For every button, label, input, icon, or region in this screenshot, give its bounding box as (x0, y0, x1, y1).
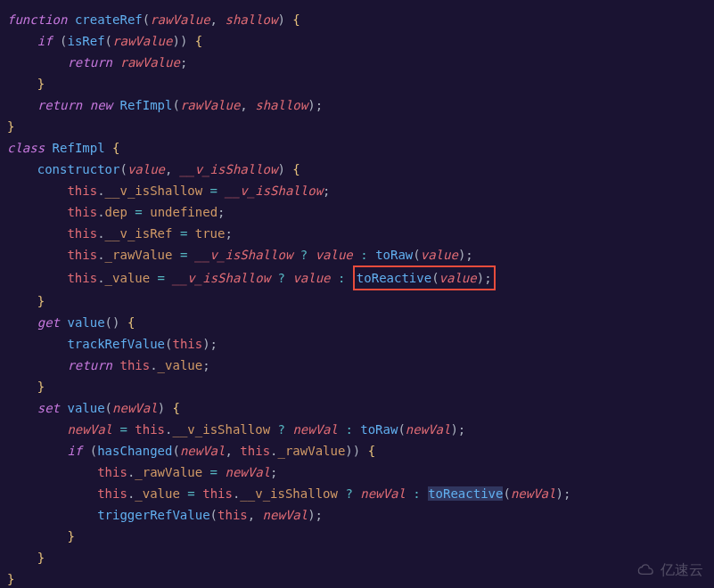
code-line: this._rawValue = __v_isShallow ? value :… (7, 248, 473, 262)
code-editor[interactable]: function createRef(rawValue, shallow) { … (7, 9, 707, 588)
code-line: triggerRefValue(this, newVal); (7, 508, 323, 522)
code-line: } (7, 294, 45, 308)
code-line: } (7, 551, 45, 565)
code-line: this._rawValue = newVal; (7, 465, 278, 479)
code-line: trackRefValue(this); (7, 337, 217, 351)
code-line: if (hasChanged(newVal, this._rawValue)) … (7, 444, 375, 458)
code-line: this.dep = undefined; (7, 205, 226, 219)
code-line: } (7, 572, 14, 586)
code-line: this.__v_isShallow = __v_isShallow; (7, 184, 331, 198)
code-line: } (7, 77, 45, 91)
code-line: get value() { (7, 315, 135, 330)
code-line: this._value = __v_isShallow ? value : to… (7, 271, 496, 285)
code-line: newVal = this.__v_isShallow ? newVal : t… (7, 422, 465, 437)
code-line: } (7, 529, 75, 543)
code-line: set value(newVal) { (7, 401, 180, 415)
highlight-box: toReactive(value); (353, 265, 496, 290)
code-line: function createRef(rawValue, shallow) { (7, 12, 300, 27)
code-line: return rawValue; (7, 55, 187, 69)
code-line: } (7, 380, 45, 394)
code-line: class RefImpl { (7, 141, 119, 155)
watermark-text: 亿速云 (661, 559, 703, 581)
code-line: this.__v_isRef = true; (7, 226, 233, 241)
code-line: } (7, 119, 14, 134)
code-line: if (isRef(rawValue)) { (7, 34, 202, 48)
cloud-icon (637, 564, 657, 576)
code-line: constructor(value, __v_isShallow) { (7, 162, 300, 176)
code-line: this._value = this.__v_isShallow ? newVa… (7, 486, 570, 501)
code-line: return new RefImpl(rawValue, shallow); (7, 98, 323, 112)
watermark: 亿速云 (637, 559, 703, 581)
code-line: return this._value; (7, 358, 210, 372)
